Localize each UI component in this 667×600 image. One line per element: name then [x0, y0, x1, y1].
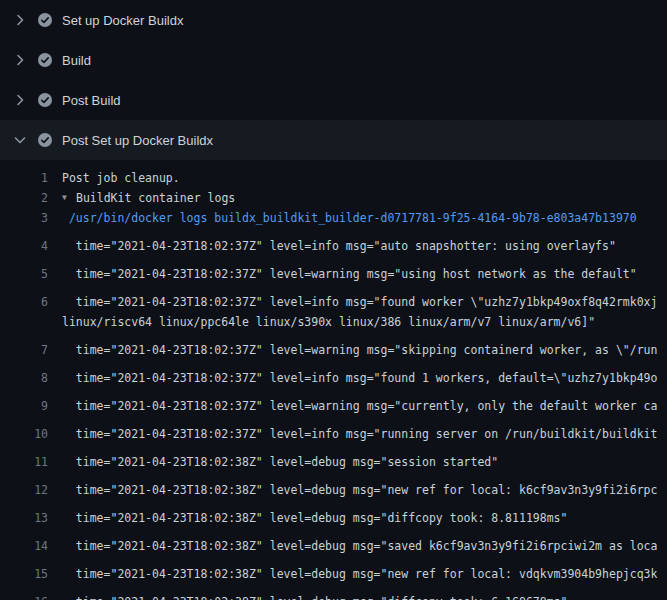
- log-text: time="2021-04-23T18:02:37Z" level=info m…: [62, 236, 667, 256]
- log-text: time="2021-04-23T18:02:38Z" level=debug …: [62, 564, 667, 584]
- log-line: 6 ▼ time="2021-04-23T18:02:37Z" level=in…: [0, 284, 667, 312]
- line-number[interactable]: 5: [0, 264, 48, 284]
- log-line: 4 ▼ time="2021-04-23T18:02:37Z" level=in…: [0, 228, 667, 256]
- log-line: 9 ▼ time="2021-04-23T18:02:37Z" level=wa…: [0, 388, 667, 416]
- step-list: Set up Docker Buildx Build: [0, 0, 667, 160]
- step-section-header[interactable]: Post Set up Docker Buildx: [0, 120, 667, 160]
- log-line: 11 ▼ time="2021-04-23T18:02:38Z" level=d…: [0, 444, 667, 472]
- log-text: time="2021-04-23T18:02:38Z" level=debug …: [62, 536, 667, 556]
- log-line: ▼ linux/riscv64 linux/ppc64le linux/s390…: [0, 312, 667, 332]
- log-text: time="2021-04-23T18:02:38Z" level=debug …: [62, 592, 667, 600]
- line-number[interactable]: 14: [0, 536, 48, 556]
- check-circle-icon: [37, 132, 53, 148]
- line-number[interactable]: 9: [0, 396, 48, 416]
- log-text: time="2021-04-23T18:02:38Z" level=debug …: [62, 508, 667, 528]
- log-line: 15 ▼ time="2021-04-23T18:02:38Z" level=d…: [0, 556, 667, 584]
- line-number[interactable]: 10: [0, 424, 48, 444]
- line-number[interactable]: 13: [0, 508, 48, 528]
- log-container[interactable]: 1 ▼ Post job cleanup. 2 ▼ BuildKit conta…: [0, 160, 667, 600]
- log-text: BuildKit container logs: [76, 188, 667, 208]
- log-text: Post job cleanup.: [62, 168, 667, 188]
- line-number[interactable]: 1: [0, 168, 48, 188]
- line-number[interactable]: [0, 312, 48, 332]
- log-text: time="2021-04-23T18:02:37Z" level=warnin…: [62, 396, 667, 416]
- log-line: 16 ▼ time="2021-04-23T18:02:38Z" level=d…: [0, 584, 667, 600]
- chevron-icon[interactable]: [12, 12, 28, 28]
- log-text: time="2021-04-23T18:02:37Z" level=info m…: [62, 368, 667, 388]
- check-circle-icon: [37, 52, 53, 68]
- log-text: time="2021-04-23T18:02:37Z" level=warnin…: [62, 264, 667, 284]
- log-text: time="2021-04-23T18:02:37Z" level=info m…: [62, 424, 667, 444]
- step-section-header[interactable]: Post Build: [0, 80, 667, 120]
- line-number[interactable]: 15: [0, 564, 48, 584]
- step-title: Set up Docker Buildx: [62, 13, 183, 28]
- line-number[interactable]: 12: [0, 480, 48, 500]
- disclosure-triangle-icon[interactable]: ▼: [62, 188, 76, 208]
- log-line: 2 ▼ BuildKit container logs: [0, 188, 667, 208]
- log-line: 12 ▼ time="2021-04-23T18:02:38Z" level=d…: [0, 472, 667, 500]
- log-text: time="2021-04-23T18:02:38Z" level=debug …: [62, 452, 667, 472]
- step-title: Post Set up Docker Buildx: [62, 133, 213, 148]
- log-line: 1 ▼ Post job cleanup.: [0, 168, 667, 188]
- line-number[interactable]: 16: [0, 592, 48, 600]
- log-text: time="2021-04-23T18:02:38Z" level=debug …: [62, 480, 667, 500]
- check-circle-icon: [37, 12, 53, 28]
- step-section-header[interactable]: Set up Docker Buildx: [0, 0, 667, 40]
- log-text: time="2021-04-23T18:02:37Z" level=info m…: [62, 292, 667, 312]
- line-number[interactable]: 11: [0, 452, 48, 472]
- line-number[interactable]: 2: [0, 188, 48, 208]
- check-circle-icon: [37, 92, 53, 108]
- log-line: 8 ▼ time="2021-04-23T18:02:37Z" level=in…: [0, 360, 667, 388]
- log-line: 13 ▼ time="2021-04-23T18:02:38Z" level=d…: [0, 500, 667, 528]
- line-number[interactable]: 7: [0, 340, 48, 360]
- actions-log-viewer: Set up Docker Buildx Build: [0, 0, 667, 600]
- log-line: 7 ▼ time="2021-04-23T18:02:37Z" level=wa…: [0, 332, 667, 360]
- line-number[interactable]: 4: [0, 236, 48, 256]
- log-line: 14 ▼ time="2021-04-23T18:02:38Z" level=d…: [0, 528, 667, 556]
- line-number[interactable]: 6: [0, 292, 48, 312]
- line-number[interactable]: 8: [0, 368, 48, 388]
- chevron-icon[interactable]: [12, 52, 28, 68]
- chevron-icon[interactable]: [12, 132, 28, 148]
- log-text: /usr/bin/docker logs buildx_buildkit_bui…: [62, 208, 667, 228]
- log-text: time="2021-04-23T18:02:37Z" level=warnin…: [62, 340, 667, 360]
- line-number[interactable]: 3: [0, 208, 48, 228]
- log-line: 10 ▼ time="2021-04-23T18:02:37Z" level=i…: [0, 416, 667, 444]
- log-text: linux/riscv64 linux/ppc64le linux/s390x …: [62, 312, 667, 332]
- chevron-icon[interactable]: [12, 92, 28, 108]
- log-line: 5 ▼ time="2021-04-23T18:02:37Z" level=wa…: [0, 256, 667, 284]
- step-section-header[interactable]: Build: [0, 40, 667, 80]
- log-line: 3 ▼ /usr/bin/docker logs buildx_buildkit…: [0, 208, 667, 228]
- step-title: Post Build: [62, 93, 121, 108]
- step-title: Build: [62, 53, 91, 68]
